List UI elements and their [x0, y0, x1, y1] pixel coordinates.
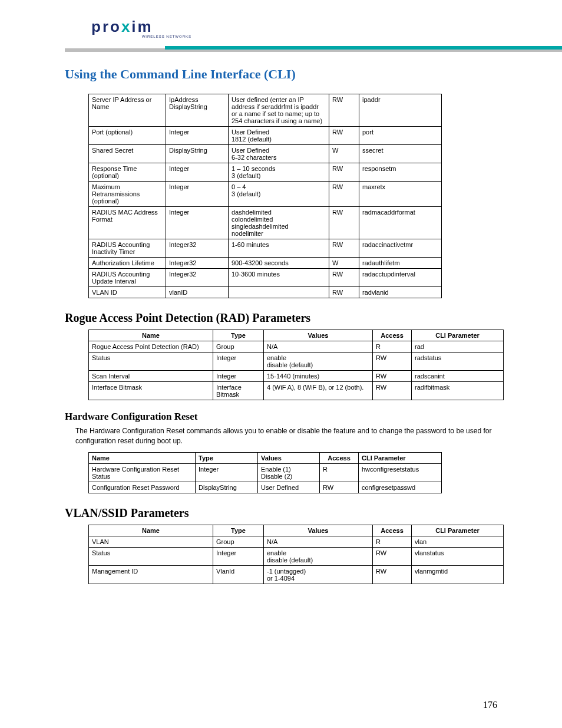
- cell-type: IpAddress DisplayString: [166, 94, 229, 127]
- table-row: RADIUS MAC Address FormatIntegerdashdeli…: [89, 207, 442, 239]
- cell-cli: rad: [412, 341, 504, 353]
- cell-values: enabledisable (default): [264, 353, 373, 371]
- cell-access: RW: [329, 182, 359, 207]
- cell-type: Group: [213, 536, 264, 547]
- cell-name: Port (optional): [89, 127, 166, 145]
- cell-values: [229, 287, 329, 298]
- cell-type: Group: [213, 341, 264, 353]
- cell-type: Integer32: [166, 269, 229, 287]
- col-type: Type: [213, 330, 264, 341]
- cell-cli: vlanstatus: [412, 547, 504, 565]
- cell-name: Interface Bitmask: [89, 382, 213, 400]
- cell-access: RW: [329, 163, 359, 182]
- cell-access: R: [320, 463, 359, 482]
- cell-cli: ipaddr: [359, 94, 442, 127]
- col-access: Access: [320, 452, 359, 463]
- cell-access: RW: [373, 565, 412, 584]
- document-page: proxim WIRELESS NETWORKS Using the Comma…: [0, 0, 562, 728]
- hcr-table: Name Type Values Access CLI Parameter Ha…: [88, 452, 442, 493]
- cell-type: Integer: [166, 207, 229, 239]
- cell-name: Rogue Access Point Detection (RAD): [89, 341, 213, 353]
- cell-cli: radauthlifetm: [359, 258, 442, 269]
- page-number: 176: [483, 700, 497, 710]
- cell-cli: hwconfigresetstatus: [359, 463, 442, 482]
- cell-name: Scan Interval: [89, 371, 213, 382]
- page-header: proxim WIRELESS NETWORKS: [0, 0, 562, 56]
- cell-access: W: [329, 258, 359, 269]
- table-row: StatusIntegerenabledisable (default)RWvl…: [89, 547, 504, 565]
- table-row: VLANGroupN/ARvlan: [89, 536, 504, 547]
- cell-access: R: [373, 341, 412, 353]
- cell-access: W: [329, 145, 359, 163]
- cell-name: RADIUS Accounting Update Interval: [89, 269, 166, 287]
- cell-cli: radacctupdinterval: [359, 269, 442, 287]
- page-title: Using the Command Line Interface (CLI): [65, 67, 562, 82]
- cell-cli: radvlanid: [359, 287, 442, 298]
- cell-type: Integer: [166, 127, 229, 145]
- cell-values: 15-1440 (minutes): [264, 371, 373, 382]
- col-name: Name: [89, 330, 213, 341]
- cell-name: Status: [89, 353, 213, 371]
- table-row: StatusIntegerenabledisable (default)RWra…: [89, 353, 504, 371]
- vlan-table: Name Type Values Access CLI Parameter VL…: [88, 525, 504, 584]
- table-row: VLAN IDvlanIDRWradvlanid: [89, 287, 442, 298]
- cell-access: RW: [373, 547, 412, 565]
- logo: proxim WIRELESS NETWORKS: [91, 18, 191, 38]
- cell-cli: radscanint: [412, 371, 504, 382]
- table-row: Interface BitmaskInterface Bitmask4 (WiF…: [89, 382, 504, 400]
- cell-values: User Defined1812 (default): [229, 127, 329, 145]
- cell-access: RW: [373, 371, 412, 382]
- cell-type: DisplayString: [196, 482, 258, 493]
- header-divider-teal: [165, 46, 562, 50]
- cell-access: RW: [329, 127, 359, 145]
- cell-name: Authorization Lifetime: [89, 258, 166, 269]
- table-row: Hardware Configuration Reset StatusInteg…: [89, 463, 442, 482]
- cell-type: Integer: [213, 371, 264, 382]
- cell-access: RW: [329, 269, 359, 287]
- cell-name: VLAN: [89, 536, 213, 547]
- cell-values: enabledisable (default): [264, 547, 373, 565]
- col-values: Values: [264, 525, 373, 536]
- vlan-section: VLAN/SSID Parameters Name Type Values Ac…: [65, 506, 497, 584]
- table-row: RADIUS Accounting Inactivity TimerIntege…: [89, 239, 442, 258]
- table-row: Shared SecretDisplayStringUser Defined6-…: [89, 145, 442, 163]
- cell-type: Interface Bitmask: [213, 382, 264, 400]
- table-row: Configuration Reset PasswordDisplayStrin…: [89, 482, 442, 493]
- table-row: Authorization LifetimeInteger32900-43200…: [89, 258, 442, 269]
- cell-access: RW: [329, 94, 359, 127]
- cell-access: RW: [320, 482, 359, 493]
- hcr-paragraph: The Hardware Configuration Reset command…: [75, 426, 497, 446]
- cell-name: Response Time (optional): [89, 163, 166, 182]
- col-cli: CLI Parameter: [412, 525, 504, 536]
- cell-access: R: [373, 536, 412, 547]
- col-values: Values: [264, 330, 373, 341]
- radius-params-table: Server IP Address or NameIpAddress Displ…: [88, 94, 442, 298]
- cell-values: Enable (1)Disable (2): [258, 463, 320, 482]
- cell-values: 0 – 43 (default): [229, 182, 329, 207]
- col-name: Name: [89, 525, 213, 536]
- cell-values: N/A: [264, 341, 373, 353]
- cell-values: 4 (WiF A), 8 (WiF B), or 12 (both).: [264, 382, 373, 400]
- cell-name: Management ID: [89, 565, 213, 584]
- cell-cli: radaccinactivetmr: [359, 239, 442, 258]
- cell-cli: responsetm: [359, 163, 442, 182]
- cell-cli: maxretx: [359, 182, 442, 207]
- cell-type: Integer32: [166, 239, 229, 258]
- col-cli: CLI Parameter: [359, 452, 442, 463]
- cell-values: User defined (enter an IP address if ser…: [229, 94, 329, 127]
- cell-type: Integer: [196, 463, 258, 482]
- col-access: Access: [373, 330, 412, 341]
- table-row: Scan IntervalInteger15-1440 (minutes)RWr…: [89, 371, 504, 382]
- table-row: Management IDVlanId-1 (untagged)or 1-409…: [89, 565, 504, 584]
- cell-cli: configresetpasswd: [359, 482, 442, 493]
- cell-values: dashdelimitedcolondelimitedsingledashdel…: [229, 207, 329, 239]
- hcr-section: Hardware Configuration Reset The Hardwar…: [65, 411, 497, 493]
- cell-name: Server IP Address or Name: [89, 94, 166, 127]
- cell-cli: port: [359, 127, 442, 145]
- table-row: RADIUS Accounting Update IntervalInteger…: [89, 269, 442, 287]
- cell-cli: ssecret: [359, 145, 442, 163]
- cell-cli: radifbitmask: [412, 382, 504, 400]
- hcr-heading: Hardware Configuration Reset: [65, 411, 497, 423]
- col-type: Type: [196, 452, 258, 463]
- cell-values: User Defined6-32 characters: [229, 145, 329, 163]
